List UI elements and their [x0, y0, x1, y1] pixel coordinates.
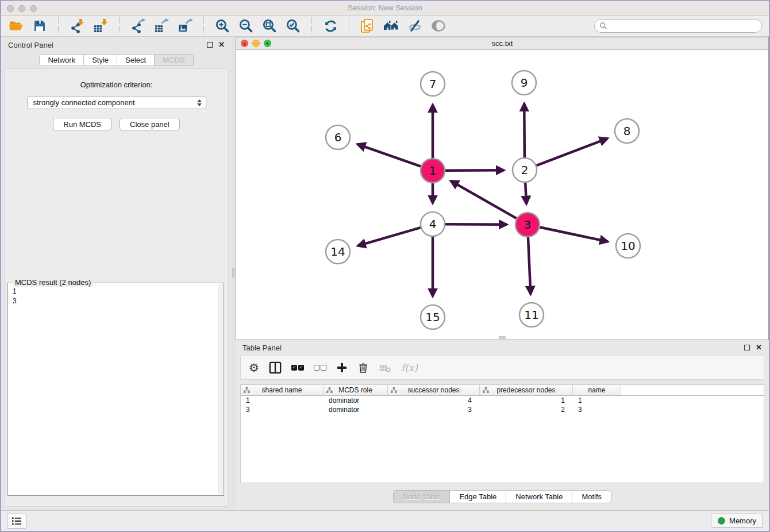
cell-mcds-role[interactable]: dominator — [324, 405, 388, 414]
graph-edge-2-8[interactable] — [537, 138, 608, 165]
float-table-panel-icon[interactable] — [744, 345, 750, 350]
graph-edge-3-1[interactable] — [451, 181, 517, 218]
zoom-fit-button[interactable] — [261, 18, 278, 34]
cell-predecessor-nodes[interactable]: 2 — [480, 405, 573, 414]
show-panel-button[interactable] — [430, 18, 446, 34]
network-close-button[interactable]: x — [241, 40, 248, 47]
cell-name[interactable]: 1 — [573, 396, 621, 405]
close-window-button[interactable] — [7, 5, 14, 12]
graph-edge-4-3[interactable] — [445, 224, 507, 225]
graph-node-label-14: 14 — [330, 245, 345, 259]
function-builder-button[interactable]: f(x) — [401, 362, 418, 373]
column-header-mcds-role[interactable]: MCDS role — [324, 385, 388, 395]
network-canvas[interactable]: 1234678910111415 — [236, 50, 768, 340]
graph-node-label-3: 3 — [524, 218, 532, 232]
cell-mcds-role[interactable]: dominator — [324, 396, 388, 405]
select-all-button[interactable]: ✓✓ — [291, 365, 304, 371]
network-window-titlebar: x – + scc.txt — [236, 37, 768, 50]
refresh-layout-button[interactable] — [322, 18, 338, 34]
export-table-button[interactable] — [153, 18, 170, 34]
cell-name[interactable]: 3 — [573, 405, 621, 414]
toolbar-separator — [311, 17, 312, 34]
export-image-button[interactable] — [177, 18, 193, 34]
table-panel: Table Panel ✕ ⚙ ✓✓ — [236, 340, 769, 510]
mcds-result-title: MCDS result (2 nodes) — [13, 278, 93, 287]
export-network-button[interactable] — [130, 18, 146, 34]
tab-edge-table[interactable]: Edge Table — [449, 490, 506, 503]
delete-table-button[interactable] — [379, 361, 391, 374]
table-settings-button[interactable]: ⚙ — [249, 362, 259, 373]
zoom-window-button[interactable] — [30, 5, 37, 12]
tab-network-table[interactable]: Network Table — [506, 490, 572, 503]
select-chevrons-icon — [197, 99, 202, 106]
column-header-shared-name[interactable]: shared name — [241, 385, 324, 395]
hide-panel-button[interactable] — [407, 18, 423, 34]
export-image-icon — [178, 18, 192, 33]
cell-shared-name[interactable]: 3 — [241, 405, 324, 414]
network-minimize-button[interactable]: – — [252, 40, 260, 47]
float-panel-icon[interactable] — [207, 42, 213, 48]
graph-edge-2-9[interactable] — [524, 103, 525, 157]
import-network-button[interactable] — [69, 18, 85, 34]
delete-row-button[interactable] — [357, 362, 369, 373]
table-row[interactable]: 3 dominator 3 2 3 — [241, 405, 764, 414]
graph-node-label-6: 6 — [334, 130, 342, 144]
tab-node-table[interactable]: Node Table — [393, 490, 451, 503]
mcds-result-list: 1 3 — [8, 283, 224, 306]
window-titlebar: Session: New Session — [1, 1, 769, 16]
search-input[interactable] — [610, 22, 757, 30]
minimize-window-button[interactable] — [18, 5, 25, 12]
memory-button[interactable]: Memory — [711, 514, 763, 528]
zoom-selected-button[interactable] — [285, 18, 301, 34]
graph-edge-2-3[interactable] — [525, 183, 526, 204]
column-header-successor-nodes[interactable]: successor nodes — [388, 385, 480, 395]
tab-motifs[interactable]: Motifs — [572, 490, 611, 503]
window-resize-grip[interactable] — [499, 336, 506, 339]
zoom-in-button[interactable] — [214, 18, 230, 34]
cell-shared-name[interactable]: 1 — [241, 396, 324, 405]
zoom-out-button[interactable] — [238, 18, 254, 34]
mcds-result-box: MCDS result (2 nodes) 1 3 — [7, 283, 224, 496]
tab-mcds[interactable]: MCDS — [154, 54, 193, 66]
memory-label: Memory — [729, 516, 756, 525]
duplicate-network-button[interactable] — [360, 18, 376, 34]
task-history-button[interactable] — [7, 514, 26, 529]
close-panel-button[interactable]: Close panel — [120, 118, 180, 130]
column-header-predecessor-nodes[interactable]: predecessor nodes — [480, 385, 573, 395]
import-table-button[interactable] — [93, 18, 109, 34]
toolbar-separator — [203, 17, 204, 34]
graph-edge-1-2[interactable] — [445, 170, 504, 171]
open-session-button[interactable] — [8, 18, 24, 34]
tab-select[interactable]: Select — [117, 54, 155, 66]
import-table-icon — [93, 18, 108, 33]
graph-edge-3-11[interactable] — [528, 237, 530, 294]
optimization-criterion-select[interactable]: strongly connected component — [27, 96, 206, 109]
zoom-selected-icon — [286, 18, 301, 33]
close-panel-icon[interactable]: ✕ — [218, 42, 225, 48]
divider-grip[interactable] — [232, 268, 234, 277]
cell-successor-nodes[interactable]: 3 — [388, 405, 480, 414]
save-session-button[interactable] — [32, 18, 48, 34]
cell-predecessor-nodes[interactable]: 1 — [480, 396, 573, 405]
network-window-title: scc.txt — [236, 37, 768, 49]
home-button[interactable] — [383, 18, 399, 34]
graph-edge-4-14[interactable] — [358, 228, 421, 246]
network-window: x – + scc.txt 1234678910111415 — [236, 37, 769, 340]
close-table-panel-icon[interactable]: ✕ — [756, 345, 762, 350]
result-scrollbar[interactable] — [218, 284, 224, 495]
tab-style[interactable]: Style — [83, 54, 117, 66]
graph-edge-3-10[interactable] — [540, 228, 608, 242]
network-zoom-button[interactable]: + — [264, 40, 271, 47]
panel-split-divider[interactable] — [232, 37, 236, 510]
cell-successor-nodes[interactable]: 4 — [388, 396, 480, 405]
graph-edge-1-6[interactable] — [357, 144, 421, 167]
add-row-button[interactable] — [336, 362, 348, 373]
search-icon — [599, 22, 607, 30]
run-mcds-button[interactable]: Run MCDS — [53, 118, 111, 130]
column-header-name[interactable]: name — [573, 385, 621, 395]
deselect-all-button[interactable] — [314, 365, 326, 371]
toggle-columns-button[interactable] — [269, 361, 282, 374]
tree-icon — [326, 387, 333, 394]
tab-network[interactable]: Network — [39, 54, 84, 66]
table-row[interactable]: 1 dominator 4 1 1 — [241, 396, 764, 405]
